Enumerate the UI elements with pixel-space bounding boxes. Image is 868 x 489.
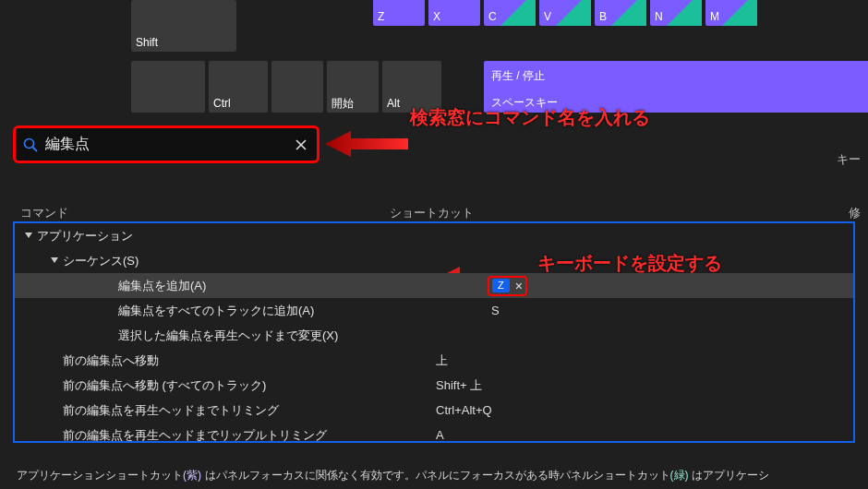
command-name: 前の編集点へ移動 (すべてのトラック) bbox=[63, 377, 423, 394]
command-row[interactable]: 選択した編集点を再生ヘッドまで変更(X) bbox=[15, 323, 853, 348]
key-label: 開始 bbox=[332, 97, 374, 110]
key-letter: V bbox=[544, 10, 586, 23]
svg-point-0 bbox=[25, 138, 34, 148]
key-letter: M bbox=[710, 10, 753, 23]
command-name: 選択した編集点を再生ヘッドまで変更(X) bbox=[118, 328, 478, 344]
column-header-modifier: 修 bbox=[849, 205, 861, 221]
key-letter: C bbox=[488, 10, 531, 23]
shortcut-cell[interactable]: Z× bbox=[478, 276, 853, 296]
column-header-command: コマンド bbox=[20, 205, 68, 221]
remove-shortcut-button[interactable]: × bbox=[515, 279, 523, 293]
column-header-key: キー bbox=[837, 151, 861, 168]
command-row[interactable]: 前の編集点を再生ヘッドまでリップルトリミングA bbox=[15, 423, 853, 443]
key-M[interactable]: をM bbox=[705, 0, 757, 26]
shortcut-key: Z bbox=[492, 279, 510, 292]
key-Z[interactable]: 追加(A)Z bbox=[373, 0, 425, 26]
command-row[interactable]: アプリケーション bbox=[15, 223, 853, 248]
command-row[interactable]: 前の編集点を再生ヘッドまでトリミングCtrl+Alt+Q bbox=[15, 398, 853, 423]
key-開始[interactable]: 開始 bbox=[327, 61, 379, 113]
key-V[interactable]: ルV bbox=[539, 0, 591, 26]
command-name: 編集点を追加(A) bbox=[118, 278, 478, 294]
key-letter: Z bbox=[378, 10, 420, 23]
search-clear-button[interactable] bbox=[293, 137, 309, 153]
annotation-text-1: 検索窓にコマンド名を入れる bbox=[410, 105, 650, 130]
key-mod[interactable] bbox=[271, 61, 323, 113]
command-name: シーケンス(S) bbox=[63, 253, 423, 269]
command-name: 編集点をすべてのトラックに追加(A) bbox=[118, 303, 478, 319]
key-X[interactable]: をマー…X bbox=[428, 0, 480, 26]
command-row[interactable]: シーケンス(S) bbox=[15, 248, 853, 273]
key-label: Shift bbox=[136, 36, 232, 49]
shortcut-cell: Ctrl+Alt+Q bbox=[423, 403, 853, 417]
svg-marker-6 bbox=[25, 233, 32, 238]
svg-marker-7 bbox=[51, 257, 58, 263]
key-shift[interactable]: Shift bbox=[131, 0, 236, 52]
command-search-input[interactable]: 編集点 bbox=[13, 125, 319, 163]
command-row[interactable]: 前の編集点へ移動 (すべてのトラック)Shift+ 上 bbox=[15, 373, 853, 398]
key-N[interactable]: グツールN bbox=[650, 0, 702, 26]
command-name: 前の編集点へ移動 bbox=[63, 352, 423, 369]
key-label: Ctrl bbox=[213, 97, 263, 110]
key-letter: B bbox=[599, 10, 642, 23]
key-space-top: 再生 / 停止 bbox=[491, 69, 545, 82]
search-icon bbox=[23, 137, 38, 152]
key-C[interactable]: ツールC bbox=[484, 0, 536, 26]
close-icon bbox=[295, 139, 307, 150]
command-name: 前の編集点を再生ヘッドまでトリミング bbox=[63, 402, 423, 419]
disclosure-icon[interactable] bbox=[24, 229, 37, 243]
key-letter: N bbox=[655, 10, 697, 23]
svg-line-1 bbox=[33, 147, 38, 151]
key-Ctrl[interactable]: Ctrl bbox=[209, 61, 268, 113]
shortcut-cell: 上 bbox=[423, 352, 853, 369]
shortcut-cell: S bbox=[478, 304, 853, 317]
annotation-arrow-1 bbox=[325, 127, 408, 161]
command-name: アプリケーション bbox=[37, 228, 397, 244]
shortcut-chip[interactable]: Z× bbox=[488, 276, 527, 296]
shortcut-cell: A bbox=[423, 428, 853, 442]
shortcut-cell: Shift+ 上 bbox=[423, 377, 853, 394]
search-value: 編集点 bbox=[45, 135, 293, 154]
command-row[interactable]: 前の編集点へ移動上 bbox=[15, 348, 853, 373]
keyboard-preview: Shift 追加(A)Zをマー…XツールCルVツールBグツールNをM Ctrl開… bbox=[0, 0, 868, 115]
svg-marker-4 bbox=[325, 131, 408, 157]
help-footer: アプリケーションショートカット(紫) はパネルフォーカスに関係なく有効です。パネ… bbox=[17, 468, 868, 483]
column-header-shortcut: ショートカット bbox=[390, 205, 474, 221]
command-name: 前の編集点を再生ヘッドまでリップルトリミング bbox=[63, 427, 423, 444]
key-B[interactable]: ツールB bbox=[595, 0, 646, 26]
command-tree[interactable]: アプリケーションシーケンス(S)編集点を追加(A)Z×編集点をすべてのトラックに… bbox=[13, 221, 855, 443]
key-mod[interactable] bbox=[131, 61, 205, 113]
key-letter: X bbox=[433, 10, 476, 23]
command-row[interactable]: 編集点を追加(A)Z× bbox=[15, 273, 853, 298]
disclosure-icon[interactable] bbox=[50, 254, 63, 268]
command-row[interactable]: 編集点をすべてのトラックに追加(A)S bbox=[15, 298, 853, 323]
